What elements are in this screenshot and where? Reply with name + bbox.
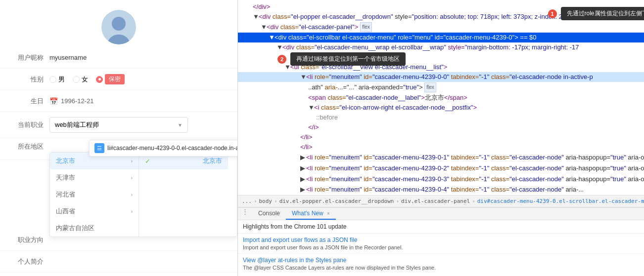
- html-line: ..ath" aria-...="..." aria-expanded="tru…: [238, 82, 644, 93]
- username-row: 用户昵称 myusername: [0, 47, 237, 69]
- birthday-label: 生日: [10, 97, 49, 106]
- html-line-highlighted: ▼<li role="menuitem" id="cascader-menu-4…: [238, 72, 644, 82]
- html-panel: 1 先通过role属性值定位到左侧下拉框 2 再通过li标签值定位到第一个省市级…: [238, 0, 644, 207]
- job-select[interactable]: web前端工程师 ▼: [49, 117, 188, 133]
- direction-label: 职业方向: [10, 236, 49, 244]
- job-value: web前端工程师: [55, 120, 99, 129]
- console-menu-icon[interactable]: ⋮: [242, 208, 248, 220]
- bio-label: 个人简介: [10, 257, 49, 266]
- job-row: 当前职业 web前端工程师 ▼: [0, 112, 237, 138]
- cascader-item-tianjin[interactable]: 天津市 ›: [50, 169, 138, 186]
- arrow-icon: ›: [131, 158, 133, 164]
- cascader-dropdown: 北京市 › 天津市 › 河北省 › 山西省 ›: [49, 152, 237, 237]
- radio-male[interactable]: 男: [49, 75, 65, 84]
- annotation-1-container: 1 先通过role属性值定位到左侧下拉框: [548, 7, 644, 20]
- radio-female-circle[interactable]: [73, 76, 80, 83]
- private-tag: 保密: [105, 74, 125, 84]
- cascader-item-label: 北京市: [203, 157, 222, 165]
- annotation-1-text: 先通过role属性值定位到左侧下拉框: [567, 10, 644, 17]
- feature-2-desc: The @layer CSS Cascade Layers at-rules a…: [243, 265, 644, 271]
- cascader-item-label: 天津市: [56, 173, 75, 182]
- gender-label: 性别: [10, 75, 49, 84]
- tab-whats-new-label: What's New: [292, 210, 323, 217]
- html-line-selected: ▼<div class="el-scrollbar el-cascader-me…: [238, 33, 644, 42]
- annotation-badge-1: 1: [548, 9, 557, 18]
- annotation-badge-2: 2: [277, 55, 286, 64]
- cascader-column-1: 北京市 › 天津市 › 河北省 › 山西省 ›: [50, 153, 139, 237]
- svg-point-1: [108, 35, 130, 44]
- chevron-down-icon: ▼: [178, 122, 183, 128]
- html-line: </i>: [238, 122, 644, 132]
- html-line: <span class="el-cascader-node__label">北京…: [238, 93, 644, 103]
- html-line: ▼<div class="el-cascader-menu__wrap el-s…: [238, 42, 644, 52]
- console-tabs: ⋮ Console What's New ×: [238, 208, 644, 220]
- html-line: </li>: [238, 142, 644, 152]
- highlights-text: Highlights from the Chrome 101 update: [238, 220, 644, 234]
- annotation-1: 先通过role属性值定位到左侧下拉框: [561, 7, 644, 20]
- calendar-icon: 📅: [49, 97, 58, 105]
- feature-2: View @layer at-rules in the Styles pane …: [238, 254, 644, 274]
- html-line: ▶<li role="menuitem" id="cascader-menu-4…: [238, 163, 644, 174]
- username-label: 用户昵称: [10, 53, 49, 62]
- annotation-2-text: 再通过li标签值定位到第一个省市级地区: [296, 55, 400, 62]
- highlights-label: Highlights from the Chrome 101 update: [243, 223, 346, 230]
- feature-1-desc: Import and export user flows as a JSON f…: [243, 244, 644, 250]
- cascader-item-label: 山西省: [56, 207, 75, 216]
- cascader-column-2: ✓ 北京市: [139, 153, 228, 237]
- cascader-item-neimenggu[interactable]: 内蒙古自治区: [50, 220, 138, 237]
- form-panel: 用户昵称 myusername 性别 男 女 保密: [0, 0, 237, 276]
- location-label: 所在地区: [10, 142, 49, 151]
- avatar-area: [0, 5, 237, 47]
- arrow-icon: ›: [131, 175, 133, 181]
- radio-female-label: 女: [82, 75, 88, 84]
- birthday-value: 1996-12-21: [61, 97, 94, 105]
- arrow-icon: ›: [131, 209, 133, 214]
- html-line: ▼<i class="el-icon-arrow-right el-cascad…: [238, 103, 644, 113]
- tab-whats-new[interactable]: What's New ×: [286, 208, 336, 220]
- html-line: ▶<li role="menuitem" id="cascader-menu-4…: [238, 152, 644, 163]
- radio-male-label: 男: [58, 75, 65, 84]
- annotation-2: 再通过li标签值定位到第一个省市级地区: [290, 52, 406, 66]
- breadcrumb-item[interactable]: ...: [242, 198, 252, 204]
- tab-console[interactable]: Console: [252, 208, 286, 220]
- html-line: ::before: [238, 113, 644, 122]
- radio-female[interactable]: 女: [73, 75, 88, 84]
- bio-row: 个人简介: [0, 251, 237, 273]
- breadcrumb-item-panel[interactable]: div.el-cascader-panel: [401, 198, 470, 204]
- devtools-panel: 1 先通过role属性值定位到左侧下拉框 2 再通过li标签值定位到第一个省市级…: [237, 0, 644, 276]
- birthday-row: 生日 📅 1996-12-21: [0, 90, 237, 112]
- cascader-item-shanxi[interactable]: 山西省 ›: [50, 203, 138, 220]
- breadcrumb-item-popper[interactable]: div.el-popper.el-cascader__dropdown: [279, 198, 394, 204]
- html-line: ▶<li role="menuitem" id="cascader-menu-4…: [238, 174, 644, 185]
- breadcrumb-item-menu[interactable]: div#cascader-menu-4239-0.el-scrollbar.el…: [477, 198, 644, 204]
- main-container: 用户昵称 myusername 性别 男 女 保密: [0, 0, 644, 276]
- radio-male-circle[interactable]: [49, 76, 56, 83]
- birthday-field[interactable]: 📅 1996-12-21: [49, 97, 94, 105]
- features-list: Import and export user flows as a JSON f…: [238, 234, 644, 276]
- feature-1: Import and export user flows as a JSON f…: [238, 234, 644, 254]
- feature-2-link[interactable]: View @layer at-rules in the Styles pane: [243, 257, 644, 264]
- annotation-2-container: 2 再通过li标签值定位到第一个省市级地区: [277, 52, 406, 66]
- html-line: </li>: [238, 132, 644, 142]
- html-content: </div> ▼<div class="el-popper el-cascade…: [238, 0, 644, 197]
- cascader-item-hebei[interactable]: 河北省 ›: [50, 186, 138, 203]
- html-line: ▼<div class="el-cascader-panel">flex: [238, 22, 644, 33]
- gender-row: 性别 男 女 保密: [0, 69, 237, 90]
- radio-private[interactable]: 保密: [96, 74, 125, 84]
- devtools-main: 1 先通过role属性值定位到左侧下拉框 2 再通过li标签值定位到第一个省市级…: [238, 0, 644, 207]
- username-value: myusername: [49, 54, 87, 61]
- cascader-item-label: 北京市: [56, 157, 75, 165]
- breadcrumb-bar: ... › body › div.el-popper.el-cascader__…: [238, 195, 644, 207]
- avatar: [101, 10, 136, 44]
- gender-radio-group: 男 女 保密: [49, 74, 125, 84]
- svg-point-0: [112, 17, 126, 31]
- features-container: Import and export user flows as a JSON f…: [238, 234, 644, 276]
- radio-private-circle[interactable]: [96, 76, 103, 83]
- breadcrumb-item-body[interactable]: body: [259, 198, 273, 204]
- html-line: ▶<li role="menuitem" id="cascader-menu-4…: [238, 185, 644, 195]
- close-icon[interactable]: ×: [327, 211, 330, 216]
- element-icon: ☰: [94, 143, 104, 153]
- location-row: 所在地区 ☰ li#cascader-menu-4239-0-0.el-casc…: [0, 138, 237, 160]
- feature-1-link[interactable]: Import and export user flows as a JSON f…: [243, 237, 644, 243]
- check-icon: ✓: [145, 158, 150, 165]
